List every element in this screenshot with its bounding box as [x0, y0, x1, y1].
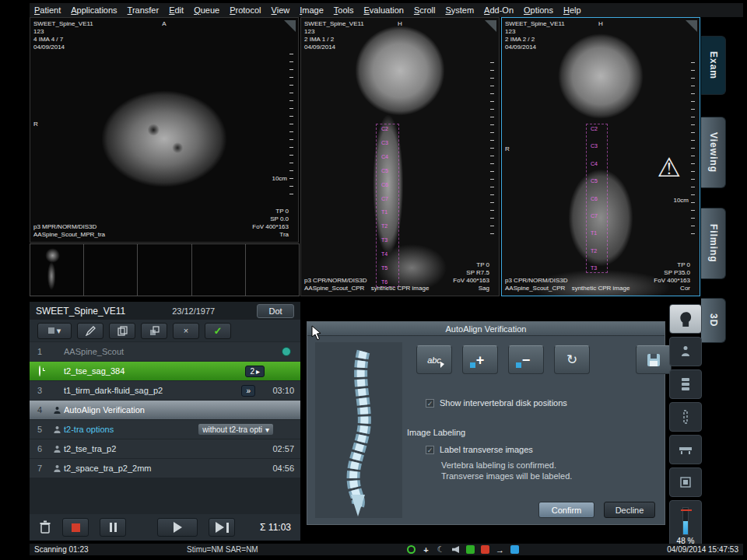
- protocol-row[interactable]: 5 t2-tra options without t2-tra opti▾: [30, 420, 300, 439]
- label-transverse-checkbox-row[interactable]: ✓ Label transverse images: [426, 445, 533, 454]
- vertebra-label: T2: [381, 223, 388, 229]
- tab-viewing[interactable]: Viewing: [701, 117, 726, 188]
- gauge-limit-tick: [681, 509, 692, 511]
- menu-item[interactable]: Edit: [169, 5, 184, 15]
- corner-fold-icon[interactable]: [284, 20, 296, 32]
- scan-transport-bar: Σ 11:03: [30, 514, 300, 541]
- protocol-row-active[interactable]: t2_tse_sag_384 2▸: [30, 362, 300, 380]
- tra-options-dropdown[interactable]: without t2-tra opti▾: [198, 423, 274, 436]
- menu-item[interactable]: Patient: [34, 5, 61, 15]
- label-edit-button[interactable]: abc: [416, 345, 452, 374]
- patient-model-button[interactable]: [669, 337, 702, 366]
- dot-button[interactable]: Dot: [257, 304, 294, 318]
- menu-item[interactable]: Transfer: [128, 5, 160, 15]
- body-region-button[interactable]: [669, 467, 702, 497]
- timer-icon: [406, 544, 416, 555]
- menu-item[interactable]: Tools: [334, 5, 354, 15]
- head-silhouette-icon: [677, 309, 694, 329]
- coil-icon: [679, 377, 692, 391]
- image-info-overlay: SWEET_Spine_VE11 123 4 IMA 4 / 7 04/09/2…: [33, 20, 93, 51]
- copy-protocol-button[interactable]: [109, 323, 135, 339]
- vertebra-label: C5: [591, 178, 598, 184]
- thumbnail-sagittal[interactable]: [30, 243, 84, 296]
- menu-item[interactable]: Protocol: [230, 5, 261, 15]
- checkbox-checked-icon[interactable]: ✓: [426, 399, 434, 408]
- row-number: 1: [30, 347, 50, 356]
- pause-button[interactable]: [100, 518, 126, 537]
- spine-coil-button[interactable]: [669, 402, 702, 432]
- technique-overlay: p3 MPR/NORM/DIS3D AASpine_Scout_MPR_tra: [33, 223, 105, 239]
- protocol-row-scout[interactable]: 1 AASpine_Scout: [30, 342, 300, 361]
- trash-icon[interactable]: [39, 520, 51, 534]
- menu-item[interactable]: Queue: [194, 5, 219, 15]
- menu-item[interactable]: System: [445, 5, 474, 15]
- stop-button[interactable]: [62, 518, 89, 537]
- thumbnail-empty[interactable]: [245, 243, 300, 296]
- menu-item[interactable]: Evaluation: [363, 5, 403, 15]
- corner-fold-icon[interactable]: [686, 20, 697, 32]
- edit-protocol-button[interactable]: [77, 323, 103, 339]
- show-disks-checkbox-row[interactable]: ✓ Show intervertebral disk positions: [426, 398, 567, 408]
- protocol-label: AASpine_Scout: [64, 347, 282, 356]
- cancel-step-button[interactable]: ×: [173, 323, 199, 339]
- viewport-sagittal[interactable]: C2C3C4C5C6C7T1T2T3T4T5T6 SWEET_Spine_VE1…: [300, 17, 500, 296]
- protocol-row-selected[interactable]: 4 AutoAlign Verification: [30, 401, 300, 419]
- remove-vertebra-button[interactable]: −: [508, 345, 544, 374]
- confirm-button[interactable]: Confirm: [538, 502, 594, 518]
- scanning-status: Scanning 01:23: [34, 545, 182, 554]
- protocol-row[interactable]: 3 t1_tirm_dark-fluid_sag_p2 » 03:10: [30, 381, 300, 400]
- menu-item[interactable]: Applications: [71, 5, 117, 15]
- orientation-label-top: H: [598, 20, 603, 28]
- viewport-axial[interactable]: SWEET_Spine_VE11 123 4 IMA 4 / 7 04/09/2…: [30, 17, 299, 243]
- apply-button[interactable]: ✓: [205, 323, 231, 339]
- protocol-label: t1_tirm_dark-fluid_sag_p2: [64, 386, 241, 395]
- decline-button[interactable]: Decline: [604, 502, 655, 518]
- tab-exam[interactable]: Exam: [701, 36, 726, 95]
- row-number: 6: [30, 444, 50, 453]
- vertebra-label: T2: [591, 248, 598, 254]
- skip-bar-icon: [226, 523, 229, 533]
- rotate-view-button[interactable]: ↻: [554, 345, 590, 374]
- duplicate-protocol-button[interactable]: [141, 323, 167, 339]
- thumbnail-empty[interactable]: [83, 243, 138, 296]
- image-info-overlay: SWEET_Spine_VE11 123 2 IMA 2 / 2 04/09/2…: [505, 20, 565, 51]
- skip-to-end-button[interactable]: [209, 518, 235, 537]
- vertebra-label: T5: [381, 265, 388, 271]
- patient-head-button[interactable]: [669, 304, 702, 334]
- protocol-row[interactable]: 7 t2_space_tra_p2_2mm 04:56: [30, 459, 300, 478]
- vertebra-label: C4: [381, 154, 388, 159]
- caret-down-icon: ▾: [57, 326, 61, 336]
- thumbnail-empty[interactable]: [191, 243, 246, 296]
- caret-down-icon: ▾: [265, 425, 269, 434]
- checkbox-checked-icon[interactable]: ✓: [426, 446, 434, 454]
- play-button[interactable]: [157, 518, 198, 537]
- dialog-title[interactable]: AutoAlign Verification: [307, 322, 665, 336]
- protocol-duration: 03:10: [260, 386, 294, 395]
- add-vertebra-button[interactable]: +: [462, 345, 498, 374]
- menu-item[interactable]: View: [272, 5, 290, 15]
- menu-item[interactable]: Image: [300, 5, 324, 15]
- menu-item[interactable]: Add-On: [484, 5, 514, 15]
- spine-coil-icon: [679, 410, 692, 424]
- menu-item[interactable]: Help: [563, 5, 581, 15]
- queue-badge: 2▸: [245, 366, 265, 377]
- chevrons-badge: »: [241, 385, 255, 397]
- menu-item[interactable]: Scroll: [414, 5, 436, 15]
- spine-illustration: [315, 342, 402, 518]
- corner-fold-icon[interactable]: [485, 20, 496, 32]
- confirm-note-2: Transverse images will be labeled.: [441, 471, 572, 481]
- menu-item[interactable]: Options: [524, 5, 553, 15]
- thumbnail-empty[interactable]: [137, 243, 191, 296]
- scale-ruler: [490, 62, 494, 240]
- viewport-coronal-selected[interactable]: C2C3C4C5C6C7T1T2T3 SWEET_Spine_VE11 123 …: [501, 17, 700, 296]
- table-position-button[interactable]: [669, 435, 702, 464]
- tab-filming[interactable]: Filming: [701, 208, 726, 279]
- tab-3d[interactable]: 3D: [701, 298, 726, 343]
- protocol-options-dropdown[interactable]: ▾: [37, 323, 72, 339]
- chevrons-icon: »: [246, 387, 251, 395]
- vertebra-label: C3: [381, 140, 388, 145]
- scale-ruler: [691, 62, 695, 240]
- protocol-row[interactable]: 6 t2_tse_tra_p2 02:57: [30, 439, 300, 458]
- coil-selection-button[interactable]: [669, 369, 702, 399]
- save-button[interactable]: [636, 345, 672, 374]
